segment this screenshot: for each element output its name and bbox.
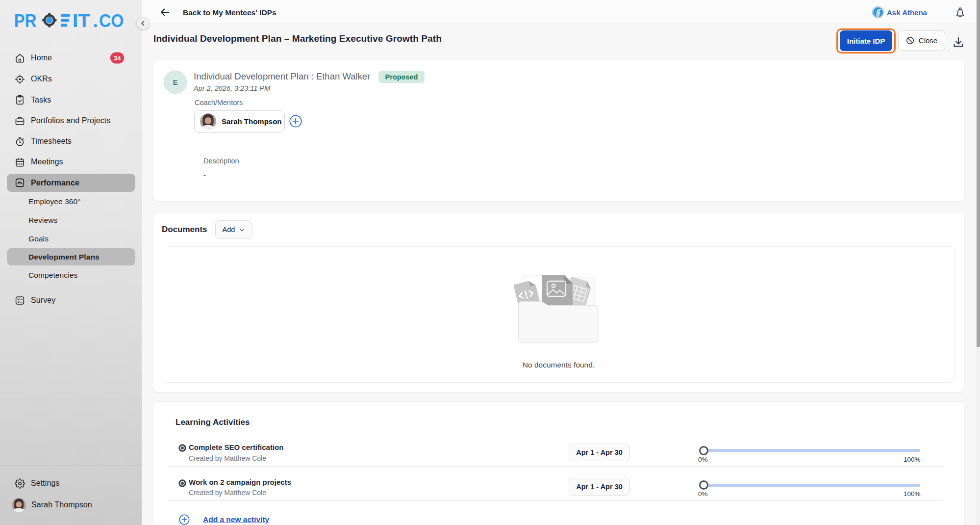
svg-text:.: . (93, 12, 98, 29)
svg-text:IT: IT (73, 12, 90, 29)
svg-text:PR: PR (14, 12, 37, 29)
svg-text:CO: CO (99, 12, 124, 29)
